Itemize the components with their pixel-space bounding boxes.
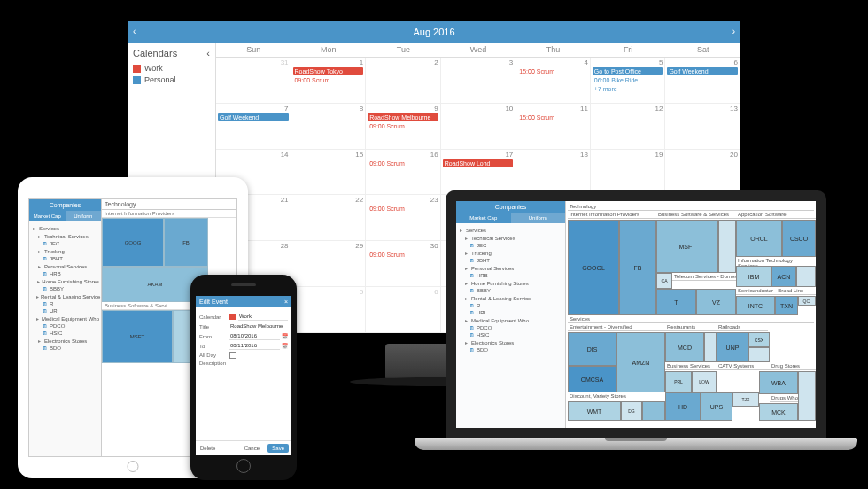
calendar-cell[interactable]: 415:00 Scrum <box>515 58 591 103</box>
calendar-event[interactable]: 09:00 Scrum <box>368 122 438 130</box>
tree-folder[interactable]: ▸Rental & Leasing Service <box>31 292 99 300</box>
tile[interactable]: DG <box>621 401 642 421</box>
prev-month-icon[interactable]: ‹ <box>133 21 136 43</box>
calendar-cell[interactable]: 7Golf Weekend <box>216 104 291 149</box>
tile[interactable]: TJX <box>732 392 759 407</box>
tile[interactable] <box>718 220 736 273</box>
calendar-event[interactable]: 06:00 Bike Ride <box>593 76 663 84</box>
tile[interactable]: CMCSA <box>568 366 616 392</box>
cancel-button[interactable]: Cancel <box>240 444 266 453</box>
tree-folder[interactable]: ▸Personal Services <box>31 262 99 270</box>
tile[interactable] <box>798 371 816 421</box>
calendar-cell[interactable]: 15 <box>291 150 367 195</box>
calendar-cell[interactable]: 6Golf Weekend <box>665 58 740 103</box>
tree-file[interactable]: 🗎JEC <box>31 240 99 247</box>
tile[interactable]: FB <box>619 220 656 315</box>
calendar-event[interactable]: Go to Post Office <box>593 67 663 75</box>
tile[interactable]: GOOGL <box>568 220 619 315</box>
next-month-icon[interactable]: › <box>732 21 735 43</box>
delete-button[interactable]: Delete <box>198 444 217 453</box>
calendar-cell[interactable]: 9RoadShow Melbourne09:00 Scrum <box>366 104 441 149</box>
company-tree[interactable]: ▸Services▸Technical Services🗎JEC▸Truckin… <box>456 223 565 428</box>
tree-file[interactable]: 🗎BDO <box>458 346 563 353</box>
tree-folder[interactable]: ▸Medical Equipment Who <box>31 314 99 322</box>
tree-file[interactable]: 🗎URI <box>458 309 563 316</box>
tile[interactable]: MCD <box>665 332 704 362</box>
calendar-cell[interactable]: 5 <box>291 287 367 332</box>
allday-checkbox[interactable] <box>229 352 236 359</box>
tree-file[interactable]: 🗎PDCO <box>458 324 563 331</box>
tile-fb[interactable]: FB <box>164 218 208 267</box>
tile[interactable]: IBM <box>736 266 771 287</box>
tab-uniform[interactable]: Uniform <box>511 213 566 223</box>
calendar-cell[interactable]: 29 <box>291 241 367 286</box>
tree-folder[interactable]: ▸Services <box>458 226 563 234</box>
calendar-cell[interactable]: 1RoadShow Tokyo09:00 Scrum <box>291 58 367 103</box>
tile[interactable]: T <box>656 289 696 315</box>
tree-file[interactable]: 🗎JEC <box>458 242 563 249</box>
tile[interactable]: WMT <box>568 401 621 421</box>
tab-market-cap[interactable]: Market Cap <box>29 211 66 221</box>
tree-file[interactable]: 🗎HSIC <box>458 331 563 338</box>
title-input[interactable]: RoadShow Melbourne <box>229 322 288 330</box>
tree-file[interactable]: 🗎JBHT <box>458 257 563 264</box>
tree-folder[interactable]: ▸Electronics Stores <box>31 337 99 345</box>
tree-folder[interactable]: ▸Technical Services <box>458 234 563 242</box>
tree-folder[interactable]: ▸Home Furnishing Stores <box>458 279 563 287</box>
calendar-cell[interactable]: 10 <box>441 104 516 149</box>
tile[interactable]: AMZN <box>616 332 665 392</box>
calendar-cell[interactable]: 31 <box>216 58 291 103</box>
save-button[interactable]: Save <box>267 444 289 453</box>
tree-file[interactable]: 🗎BBBY <box>31 285 99 292</box>
to-date-input[interactable]: 08/11/2016 <box>229 342 280 350</box>
tile[interactable] <box>642 401 665 421</box>
calendar-cell[interactable]: 13 <box>665 104 740 149</box>
calendar-select[interactable]: Work <box>238 313 288 321</box>
tree-file[interactable]: 🗎URI <box>31 307 99 314</box>
tile[interactable]: TXN <box>775 296 798 315</box>
tile[interactable]: CA <box>656 273 672 289</box>
tree-file[interactable]: 🗎PDCO <box>31 322 99 330</box>
tree-folder[interactable]: ▸Rental & Leasing Service <box>458 294 563 302</box>
calendar-cell[interactable]: 19 <box>591 150 666 195</box>
calendar-cell[interactable]: 8 <box>291 104 367 149</box>
calendar-cell[interactable]: 2 <box>366 58 441 103</box>
tree-file[interactable]: 🗎R <box>458 302 563 309</box>
calendar-cell[interactable]: 5Go to Post Office06:00 Bike Ride+7 more <box>591 58 666 103</box>
tile[interactable]: CSCO <box>782 220 816 257</box>
tile[interactable]: CSX <box>748 332 770 347</box>
calendar-event[interactable]: RoadShow Lond <box>443 159 514 167</box>
close-icon[interactable]: × <box>284 299 288 305</box>
tree-folder[interactable]: ▸Medical Equipment Who <box>458 316 563 324</box>
calendar-cell[interactable]: 12 <box>591 104 666 149</box>
tile-goog[interactable]: GOOG <box>102 218 164 267</box>
tile-msft[interactable]: MSFT <box>102 310 173 363</box>
tile[interactable] <box>796 266 816 287</box>
tree-folder[interactable]: ▸Electronics Stores <box>458 338 563 346</box>
calendar-event[interactable]: 09:00 Scrum <box>368 159 438 167</box>
tile[interactable] <box>748 347 770 362</box>
tree-file[interactable]: 🗎JBHT <box>31 255 99 262</box>
tree-folder[interactable]: ▸Trucking <box>31 247 99 255</box>
tab-uniform[interactable]: Uniform <box>66 211 102 221</box>
calendar-icon[interactable]: 📅 <box>282 333 288 339</box>
tree-file[interactable]: 🗎HRB <box>458 272 563 279</box>
tile[interactable]: DIS <box>568 332 616 366</box>
calendar-event[interactable]: 15:00 Scrum <box>517 67 588 75</box>
tile[interactable] <box>704 332 717 362</box>
calendar-cell[interactable]: 1609:00 Scrum <box>366 150 441 195</box>
tile[interactable]: INTC <box>736 296 775 315</box>
calendar-cell[interactable]: 18 <box>515 150 591 195</box>
calendar-cell[interactable]: 1115:00 Scrum <box>515 104 591 149</box>
calendar-event[interactable]: +7 more <box>593 85 663 93</box>
calendar-event[interactable]: RoadShow Melbourne <box>368 113 438 121</box>
calendar-legend[interactable]: Work <box>133 64 210 73</box>
tile[interactable]: HD <box>665 392 701 421</box>
tree-file[interactable]: 🗎BDO <box>31 345 99 352</box>
tile[interactable]: MSFT <box>656 220 718 273</box>
tile[interactable]: LOW <box>692 371 717 392</box>
tile[interactable]: VZ <box>696 289 736 315</box>
calendar-event[interactable]: Golf Weekend <box>218 113 289 121</box>
calendar-cell[interactable]: 3 <box>441 58 516 103</box>
tile[interactable]: WBA <box>759 371 798 394</box>
